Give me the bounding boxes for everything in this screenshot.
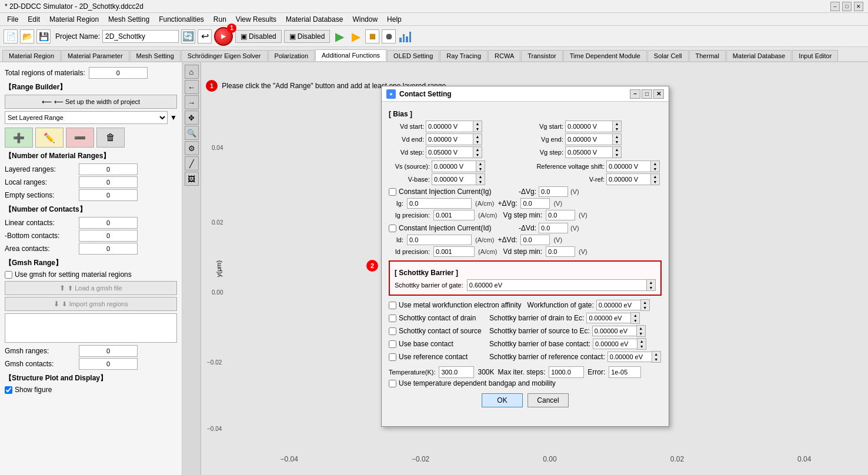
vg-end-up-btn[interactable]: ▲ [613,134,621,139]
v-ref-input[interactable] [606,173,650,185]
v-base-down[interactable]: ▼ [476,179,485,185]
show-figure-checkbox[interactable] [5,386,12,394]
tab-polarization[interactable]: Polarization [268,50,315,61]
total-regions-input[interactable] [89,67,148,79]
id-input[interactable] [407,235,472,245]
vs-source-down[interactable]: ▼ [476,166,485,172]
const-inj-id-checkbox[interactable] [389,225,396,232]
vg-end-down-btn[interactable]: ▼ [613,139,621,145]
schottky-barrier-gate-input[interactable] [467,279,646,291]
workfunction-gate-input[interactable] [596,300,640,310]
vd-start-input[interactable] [426,121,473,132]
save-file-icon[interactable]: 💾 [36,29,51,44]
schottky-base-up[interactable]: ▲ [637,339,646,344]
menu-run[interactable]: Run [209,14,231,25]
tab-material-database[interactable]: Material Database [726,50,792,61]
tab-material-region[interactable]: Material Region [2,50,61,61]
undo-icon[interactable]: ↩ [198,29,212,44]
maximize-button[interactable]: □ [842,2,852,11]
vd-end-input[interactable] [426,133,473,145]
use-temp-dependent-checkbox[interactable] [389,380,396,387]
schottky-barrier-base-input[interactable] [593,339,637,349]
temperature-input[interactable] [439,366,474,378]
use-base-contact-checkbox[interactable] [389,340,396,348]
area-contacts-input[interactable] [79,243,138,255]
schottky-source-checkbox[interactable] [389,327,396,335]
schottky-barrier-drain-input[interactable] [586,313,630,323]
close-button[interactable]: ✕ [854,2,863,11]
error-input[interactable] [609,366,641,378]
stop-icon[interactable]: ⏹ [365,29,379,44]
menu-file[interactable]: File [2,14,23,25]
vg-step-up-btn[interactable]: ▲ [613,147,621,152]
v-ref-down[interactable]: ▼ [651,179,659,185]
menu-mesh-setting[interactable]: Mesh Setting [104,14,154,25]
tab-rcwa[interactable]: RCWA [488,50,520,61]
schottky-barrier-source-input[interactable] [592,326,636,336]
tab-ray-tracing[interactable]: Ray Tracing [440,50,488,61]
vs-source-input[interactable] [432,160,476,172]
menu-help[interactable]: Help [382,14,406,25]
remove-range-btn[interactable]: ➖ [66,128,94,148]
empty-sections-input[interactable] [79,189,138,201]
neg-delta-vg-input[interactable] [539,186,568,197]
use-gmsh-checkbox[interactable] [5,271,12,279]
workfunction-gate-down[interactable]: ▼ [641,305,649,310]
schottky-source-up[interactable]: ▲ [637,326,645,331]
menu-view-results[interactable]: View Results [231,14,281,25]
new-file-icon[interactable]: 📄 [4,29,18,44]
menu-functionalities[interactable]: Functionalities [154,14,209,25]
project-name-input[interactable] [102,30,179,43]
schottky-ref-up[interactable]: ▲ [652,352,660,357]
schottky-base-down[interactable]: ▼ [637,344,646,349]
vd-start-up-btn[interactable]: ▲ [473,121,482,126]
pos-delta-vd-input[interactable] [520,235,550,245]
menu-material-region[interactable]: Material Region [45,14,104,25]
vg-step-input[interactable] [565,146,612,158]
refresh-icon[interactable]: 🔄 [181,29,195,44]
play-green-btn[interactable]: ▶ [332,29,346,44]
schottky-drain-up[interactable]: ▲ [631,313,639,318]
tab-time-dependent[interactable]: Time Dependent Module [563,50,647,61]
tab-input-editor[interactable]: Input Editor [792,50,838,61]
minimize-button[interactable]: – [830,2,840,11]
pos-delta-vg-input[interactable] [520,198,550,209]
tab-oled-setting[interactable]: OLED Setting [387,50,439,61]
vs-source-up[interactable]: ▲ [476,161,485,166]
ref-volt-shift-up[interactable]: ▲ [651,161,659,166]
gmsh-contacts-input[interactable] [79,358,138,370]
dialog-close-btn[interactable]: ✕ [653,89,664,99]
v-ref-up[interactable]: ▲ [651,174,659,179]
tab-material-parameter[interactable]: Material Parameter [61,50,129,61]
open-file-icon[interactable]: 📂 [20,29,34,44]
ig-input[interactable] [407,198,472,209]
disabled-btn-2[interactable]: ▣ Disabled [284,30,330,43]
workfunction-gate-up[interactable]: ▲ [641,300,649,305]
vd-step-up-btn[interactable]: ▲ [473,147,482,152]
tab-additional-functions[interactable]: Additional Functions [315,49,386,61]
play-orange-btn[interactable]: ▶ [349,29,363,44]
load-gmsh-btn[interactable]: ⬆ ⬆ Load a gmsh file [5,281,177,295]
dialog-minimize-btn[interactable]: – [630,89,640,99]
ig-precision-input[interactable] [433,210,475,220]
vd-step-input[interactable] [426,146,473,158]
tab-thermal[interactable]: Thermal [689,50,726,61]
vg-step-down-btn[interactable]: ▼ [613,152,621,158]
ref-volt-shift-down[interactable]: ▼ [651,166,659,172]
schottky-ref-down[interactable]: ▼ [652,357,660,362]
vd-step-down-btn[interactable]: ▼ [473,152,482,158]
use-ref-contact-checkbox[interactable] [389,353,396,361]
vg-end-input[interactable] [565,133,612,145]
schottky-drain-checkbox[interactable] [389,315,396,322]
disabled-btn-1[interactable]: ▣ Disabled [235,30,282,43]
max-iter-steps-input[interactable] [549,366,584,378]
schottky-drain-down[interactable]: ▼ [631,318,639,323]
schottky-barrier-ref-input[interactable] [607,352,652,362]
v-base-input[interactable] [432,173,476,185]
vd-end-up-btn[interactable]: ▲ [473,134,482,139]
layered-ranges-input[interactable] [79,163,138,175]
edit-range-btn[interactable]: ✏️ [35,128,64,148]
neg-delta-vd-input[interactable] [539,223,568,233]
vd-step-min-input[interactable] [546,246,575,257]
tab-transistor[interactable]: Transistor [521,50,563,61]
